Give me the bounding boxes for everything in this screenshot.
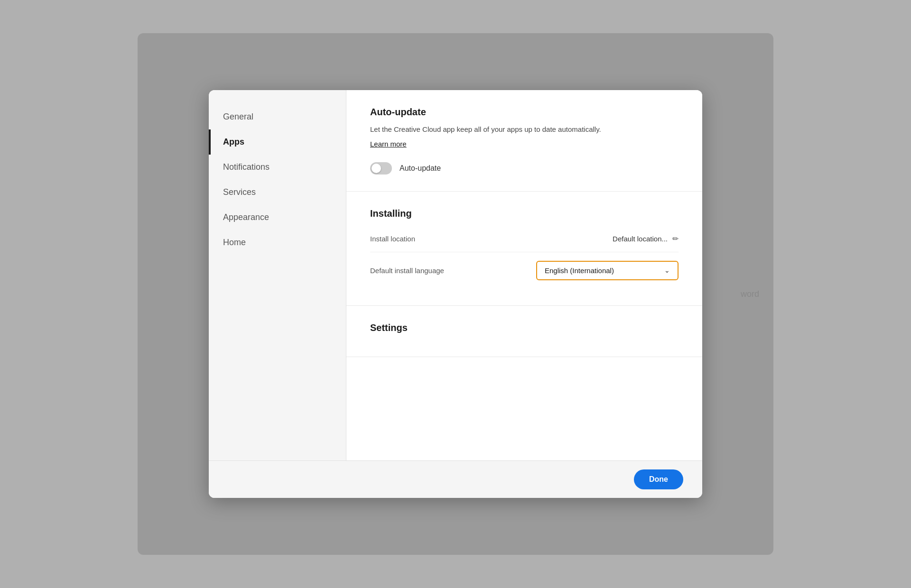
language-select-value: English (International)	[545, 266, 664, 275]
toggle-knob	[372, 164, 381, 173]
sidebar-item-general[interactable]: General	[209, 104, 346, 129]
background-password-text: word	[741, 289, 759, 299]
settings-title: Settings	[370, 322, 679, 333]
sidebar-item-notifications[interactable]: Notifications	[209, 155, 346, 180]
auto-update-toggle-row: Auto-update	[370, 162, 679, 175]
sidebar: General Apps Notifications Services Appe…	[209, 90, 346, 460]
default-language-label: Default install language	[370, 266, 444, 275]
settings-section: Settings	[346, 306, 702, 357]
sidebar-item-appearance[interactable]: Appearance	[209, 205, 346, 230]
sidebar-item-services[interactable]: Services	[209, 180, 346, 205]
install-location-label: Install location	[370, 235, 415, 243]
install-location-value: Default location...	[613, 235, 668, 243]
sidebar-label-apps: Apps	[223, 137, 244, 147]
install-location-row: Install location Default location... ✏	[370, 226, 679, 252]
sidebar-label-general: General	[223, 112, 253, 121]
auto-update-description: Let the Creative Cloud app keep all of y…	[370, 124, 679, 135]
main-content: Auto-update Let the Creative Cloud app k…	[346, 90, 702, 460]
done-button[interactable]: Done	[634, 469, 683, 489]
default-language-row: Default install language English (Intern…	[370, 252, 679, 289]
learn-more-link[interactable]: Learn more	[370, 140, 407, 148]
sidebar-item-apps[interactable]: Apps	[209, 129, 346, 155]
sidebar-item-home[interactable]: Home	[209, 230, 346, 255]
installing-section: Installing Install location Default loca…	[346, 192, 702, 306]
settings-dialog: General Apps Notifications Services Appe…	[209, 90, 702, 498]
install-location-value-group: Default location... ✏	[613, 234, 679, 243]
dialog-body: General Apps Notifications Services Appe…	[209, 90, 702, 460]
sidebar-label-notifications: Notifications	[223, 162, 270, 172]
auto-update-toggle[interactable]	[370, 162, 392, 175]
installing-title: Installing	[370, 208, 679, 219]
chevron-down-icon: ⌄	[664, 266, 670, 274]
dialog-footer: Done	[209, 460, 702, 498]
outer-container: word General Apps Notifications Services	[138, 33, 773, 555]
sidebar-label-services: Services	[223, 187, 256, 197]
edit-icon[interactable]: ✏	[672, 234, 679, 243]
sidebar-label-appearance: Appearance	[223, 212, 269, 222]
auto-update-toggle-label: Auto-update	[400, 164, 441, 173]
auto-update-title: Auto-update	[370, 107, 679, 118]
sidebar-label-home: Home	[223, 238, 246, 247]
language-select-dropdown[interactable]: English (International) ⌄	[536, 261, 679, 280]
auto-update-section: Auto-update Let the Creative Cloud app k…	[346, 90, 702, 192]
